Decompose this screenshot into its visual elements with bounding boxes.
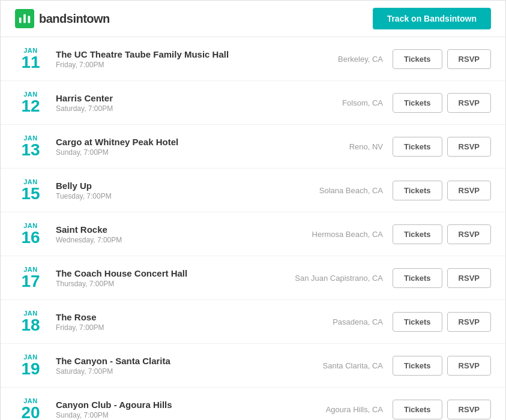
event-row: JAN 20 Canyon Club - Agoura Hills Sunday… <box>1 388 505 420</box>
rsvp-button[interactable]: RSVP <box>447 224 491 244</box>
event-row: JAN 15 Belly Up Tuesday, 7:00PM Solana B… <box>1 169 505 212</box>
event-info: The Coach House Concert Hall Thursday, 7… <box>56 268 275 288</box>
svg-rect-1 <box>23 14 26 23</box>
rsvp-button[interactable]: RSVP <box>447 356 491 376</box>
event-row: JAN 13 Cargo at Whitney Peak Hotel Sunda… <box>1 125 505 169</box>
event-name: Canyon Club - Agoura Hills <box>56 400 275 410</box>
header: bandsintown Track on Bandsintown <box>1 1 505 37</box>
page-wrapper: bandsintown Track on Bandsintown JAN 11 … <box>0 0 506 420</box>
rsvp-button[interactable]: RSVP <box>447 312 491 332</box>
event-actions: Tickets RSVP <box>393 49 491 69</box>
event-time: Thursday, 7:00PM <box>56 280 275 288</box>
event-location: Berkeley, CA <box>275 55 383 64</box>
rsvp-button[interactable]: RSVP <box>447 268 491 288</box>
rsvp-button[interactable]: RSVP <box>447 93 491 113</box>
date-day: 16 <box>15 229 46 246</box>
date-day: 11 <box>15 54 46 71</box>
event-info: Cargo at Whitney Peak Hotel Sunday, 7:00… <box>56 137 275 157</box>
event-location: Santa Clarita, CA <box>275 361 383 370</box>
event-info: The Rose Friday, 7:00PM <box>56 312 275 332</box>
tickets-button[interactable]: Tickets <box>393 49 442 69</box>
event-info: The Canyon - Santa Clarita Saturday, 7:0… <box>56 356 275 376</box>
date-day: 15 <box>15 185 46 202</box>
event-row: JAN 12 Harris Center Saturday, 7:00PM Fo… <box>1 81 505 125</box>
event-location: Agoura Hills, CA <box>275 405 383 414</box>
date-block: JAN 11 <box>15 47 46 71</box>
rsvp-button[interactable]: RSVP <box>447 137 491 157</box>
rsvp-button[interactable]: RSVP <box>447 49 491 69</box>
event-row: JAN 16 Saint Rocke Wednesday, 7:00PM Her… <box>1 212 505 256</box>
event-info: The UC Theatre Taube Family Music Hall F… <box>56 49 275 69</box>
date-block: JAN 20 <box>15 397 46 420</box>
event-time: Sunday, 7:00PM <box>56 411 275 419</box>
rsvp-button[interactable]: RSVP <box>447 400 491 419</box>
event-actions: Tickets RSVP <box>393 400 491 419</box>
event-actions: Tickets RSVP <box>393 181 491 200</box>
event-name: The Coach House Concert Hall <box>56 268 275 278</box>
event-actions: Tickets RSVP <box>393 268 491 288</box>
tickets-button[interactable]: Tickets <box>393 312 442 332</box>
tickets-button[interactable]: Tickets <box>393 93 442 113</box>
event-location: Folsom, CA <box>275 98 383 107</box>
event-name: The Canyon - Santa Clarita <box>56 356 275 366</box>
date-day: 12 <box>15 98 46 115</box>
event-location: San Juan Capistrano, CA <box>275 274 383 283</box>
event-row: JAN 19 The Canyon - Santa Clarita Saturd… <box>1 344 505 388</box>
date-day: 20 <box>15 404 46 420</box>
event-actions: Tickets RSVP <box>393 137 491 157</box>
date-block: JAN 16 <box>15 222 46 246</box>
event-time: Saturday, 7:00PM <box>56 367 275 376</box>
tickets-button[interactable]: Tickets <box>393 268 442 288</box>
event-name: Belly Up <box>56 181 275 191</box>
event-info: Saint Rocke Wednesday, 7:00PM <box>56 224 275 244</box>
event-row: JAN 11 The UC Theatre Taube Family Music… <box>1 37 505 81</box>
logo: bandsintown <box>15 9 110 28</box>
event-row: JAN 18 The Rose Friday, 7:00PM Pasadena,… <box>1 300 505 344</box>
date-block: JAN 13 <box>15 134 46 158</box>
date-day: 13 <box>15 142 46 158</box>
date-day: 18 <box>15 317 46 334</box>
tickets-button[interactable]: Tickets <box>393 224 442 244</box>
event-location: Reno, NV <box>275 142 383 151</box>
date-block: JAN 15 <box>15 178 46 202</box>
events-list: JAN 11 The UC Theatre Taube Family Music… <box>1 37 505 420</box>
event-time: Tuesday, 7:00PM <box>56 192 275 200</box>
event-name: Harris Center <box>56 93 275 103</box>
event-name: The UC Theatre Taube Family Music Hall <box>56 49 275 59</box>
date-block: JAN 12 <box>15 91 46 115</box>
tickets-button[interactable]: Tickets <box>393 137 442 157</box>
track-button[interactable]: Track on Bandsintown <box>373 8 491 29</box>
logo-icon <box>15 9 34 28</box>
date-block: JAN 17 <box>15 266 46 290</box>
event-time: Sunday, 7:00PM <box>56 148 275 157</box>
event-info: Canyon Club - Agoura Hills Sunday, 7:00P… <box>56 400 275 419</box>
event-info: Belly Up Tuesday, 7:00PM <box>56 181 275 200</box>
tickets-button[interactable]: Tickets <box>393 356 442 376</box>
bandsintown-icon <box>18 12 31 25</box>
date-block: JAN 19 <box>15 353 46 377</box>
event-info: Harris Center Saturday, 7:00PM <box>56 93 275 113</box>
tickets-button[interactable]: Tickets <box>393 400 442 419</box>
date-day: 19 <box>15 361 46 377</box>
svg-rect-2 <box>28 16 31 23</box>
event-location: Pasadena, CA <box>275 317 383 326</box>
event-name: The Rose <box>56 312 275 322</box>
event-actions: Tickets RSVP <box>393 312 491 332</box>
svg-rect-0 <box>19 17 22 23</box>
logo-text: bandsintown <box>39 12 110 26</box>
date-block: JAN 18 <box>15 310 46 334</box>
event-name: Saint Rocke <box>56 224 275 235</box>
event-name: Cargo at Whitney Peak Hotel <box>56 137 275 147</box>
date-day: 17 <box>15 273 46 290</box>
event-time: Friday, 7:00PM <box>56 323 275 332</box>
event-location: Solana Beach, CA <box>275 186 383 195</box>
event-actions: Tickets RSVP <box>393 356 491 376</box>
event-time: Friday, 7:00PM <box>56 61 275 69</box>
event-time: Saturday, 7:00PM <box>56 104 275 113</box>
event-actions: Tickets RSVP <box>393 93 491 113</box>
event-location: Hermosa Beach, CA <box>275 230 383 239</box>
tickets-button[interactable]: Tickets <box>393 181 442 200</box>
event-row: JAN 17 The Coach House Concert Hall Thur… <box>1 256 505 300</box>
rsvp-button[interactable]: RSVP <box>447 181 491 200</box>
event-time: Wednesday, 7:00PM <box>56 236 275 244</box>
